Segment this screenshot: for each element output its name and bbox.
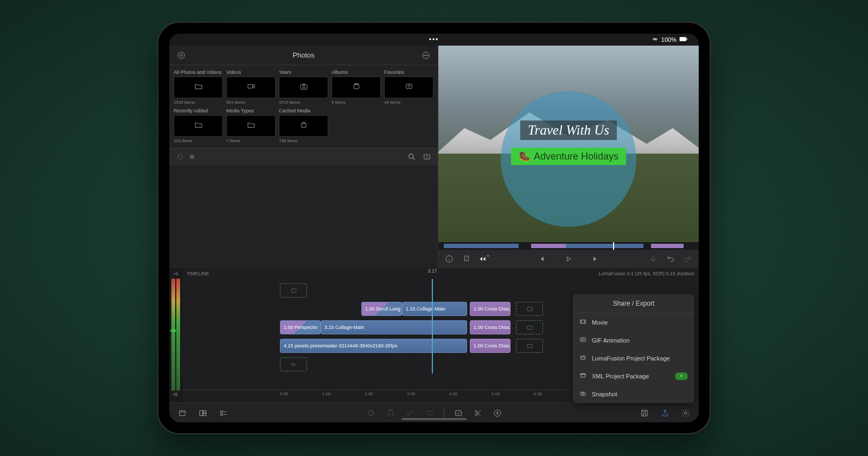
multitask-dots[interactable]: •••	[429, 36, 439, 43]
svg-rect-33	[221, 411, 223, 413]
add-icon[interactable]	[492, 408, 503, 419]
screen: ••• 100% Photos	[169, 34, 699, 422]
preview-scrubber[interactable]	[438, 242, 699, 250]
clip[interactable]: 1.00 Cross Disso	[470, 320, 510, 334]
view-icon[interactable]	[218, 408, 229, 419]
share-icon[interactable]	[660, 408, 671, 419]
clip[interactable]: 1.00 Cross Disso	[470, 302, 510, 316]
media-years[interactable]: Years 1514 items	[279, 69, 328, 105]
paste-icon	[385, 408, 396, 419]
media-all-photos[interactable]: All Photos and Videos 1514 items	[174, 69, 223, 105]
export-xml[interactable]: XML Project Package +	[573, 367, 694, 385]
svg-point-42	[475, 414, 477, 415]
svg-point-5	[424, 55, 425, 55]
drop-zone[interactable]	[516, 302, 543, 316]
layout-icon[interactable]	[197, 408, 208, 419]
media-recently-added[interactable]: Recently Added 203 items	[174, 108, 223, 143]
search-icon[interactable]	[406, 151, 417, 162]
svg-rect-20	[527, 326, 532, 330]
package-icon	[299, 121, 308, 131]
plus-badge: +	[675, 372, 688, 380]
audio-meter: +0	[169, 268, 182, 403]
status-dot	[190, 155, 194, 159]
svg-rect-32	[203, 413, 206, 415]
svg-rect-12	[354, 84, 358, 84]
gif-icon: GIF	[579, 336, 586, 344]
import-icon[interactable]	[422, 151, 432, 162]
svg-point-14	[409, 154, 413, 158]
clip[interactable]: 1.00 Perspectiv	[280, 320, 321, 334]
more-options-icon[interactable]	[420, 50, 431, 61]
media-albums[interactable]: Albums 9 items	[331, 69, 381, 105]
info-icon[interactable]	[444, 254, 455, 264]
preview-panel: Travel With Us 🥾 Adventure Holidays	[438, 46, 699, 268]
refresh-icon[interactable]	[175, 151, 186, 162]
marker-icon[interactable]	[461, 254, 472, 264]
folder-icon	[194, 121, 203, 131]
project-icon[interactable]	[177, 408, 188, 419]
svg-text:GIF: GIF	[581, 339, 585, 341]
gear-icon[interactable]	[680, 408, 691, 419]
timeline-info: LumaFusion 4.1 (25 fps, SDR) 5.15 durati…	[598, 271, 694, 276]
drop-zone[interactable]	[516, 320, 543, 334]
svg-point-10	[303, 86, 305, 88]
svg-rect-44	[642, 410, 648, 416]
svg-rect-0	[680, 37, 686, 41]
export-snapshot[interactable]: Snapshot	[573, 385, 694, 403]
media-cached[interactable]: Cached Media 736 items	[279, 108, 328, 143]
redo-icon	[682, 254, 693, 264]
clip[interactable]: 4.15 pexels-pressmaster-3214448-3840x216…	[280, 339, 467, 353]
status-bar: ••• 100%	[169, 34, 699, 46]
heart-icon	[405, 82, 413, 93]
clip[interactable]: 3.15 Collage-Main	[321, 320, 467, 334]
export-gif[interactable]: GIF GIF Animation	[573, 331, 694, 349]
rewind-icon[interactable]: +	[478, 254, 489, 264]
svg-rect-39	[427, 411, 432, 415]
media-videos[interactable]: Videos 891 items	[226, 69, 276, 105]
overlay-subtitle: 🥾 Adventure Holidays	[511, 148, 626, 165]
package-icon	[579, 354, 586, 362]
edit-icon	[405, 408, 416, 419]
drop-zone[interactable]	[516, 339, 543, 353]
media-favorites[interactable]: Favorites 34 items	[384, 69, 433, 105]
timeline-label: TIMELINE	[187, 271, 209, 276]
clip[interactable]: 1.15 Collage-Main	[402, 302, 467, 316]
scissors-icon[interactable]	[473, 408, 483, 419]
skip-start-icon[interactable]	[536, 254, 547, 264]
save-icon[interactable]	[639, 408, 650, 419]
snapshot-icon	[579, 390, 586, 398]
export-movie[interactable]: Movie	[573, 313, 694, 331]
camera-icon	[299, 82, 308, 93]
playhead[interactable]	[432, 279, 433, 373]
settings-icon[interactable]	[176, 50, 187, 61]
svg-rect-1	[687, 38, 687, 40]
crop-icon	[424, 408, 435, 419]
media-types[interactable]: Media Types 7 items	[226, 108, 276, 143]
svg-rect-29	[180, 410, 186, 415]
movie-icon	[579, 318, 586, 326]
skip-end-icon[interactable]	[590, 254, 601, 264]
check-icon[interactable]	[453, 408, 464, 419]
preview-viewport[interactable]: Travel With Us 🥾 Adventure Holidays	[438, 46, 699, 242]
export-lumafusion[interactable]: LumaFusion Project Package	[573, 349, 694, 367]
svg-rect-13	[406, 84, 412, 88]
folder-icon	[247, 121, 256, 131]
export-title: Share / Export	[573, 294, 694, 313]
svg-rect-8	[248, 85, 253, 88]
svg-point-6	[425, 55, 426, 55]
drop-zone[interactable]	[280, 283, 307, 297]
undo-icon[interactable]	[665, 254, 676, 264]
svg-point-45	[685, 412, 687, 414]
battery-percent: 100%	[661, 36, 676, 43]
home-indicator[interactable]	[401, 418, 467, 420]
audio-drop-zone[interactable]	[280, 357, 307, 371]
speaker-icon[interactable]	[171, 391, 180, 400]
video-icon	[247, 82, 256, 93]
clip[interactable]: 1.00 Cross Disso	[470, 339, 510, 353]
svg-rect-21	[527, 344, 532, 348]
svg-point-2	[180, 54, 182, 56]
xml-icon	[579, 372, 586, 380]
play-icon[interactable]	[563, 254, 574, 264]
svg-rect-36	[368, 410, 372, 414]
clip[interactable]: 1.00 Scroll Long	[361, 302, 402, 316]
